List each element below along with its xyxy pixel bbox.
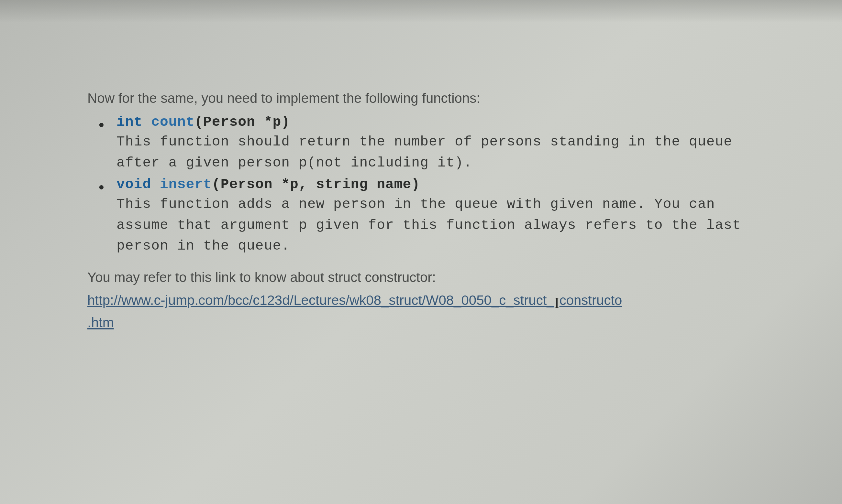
function-name: count bbox=[151, 114, 194, 130]
reference-link[interactable]: http://www.c-jump.com/bcc/c123d/Lectures… bbox=[87, 292, 554, 308]
function-description: This function adds a new person in the q… bbox=[117, 194, 761, 257]
function-name: insert bbox=[160, 177, 212, 192]
top-edge-shadow bbox=[0, 0, 842, 23]
function-description: This function should return the number o… bbox=[117, 131, 761, 173]
function-item-insert: void insert(Person *p, string name) This… bbox=[117, 177, 761, 257]
reference-link-end[interactable]: .htm bbox=[87, 315, 114, 330]
link-text-part1: http://www.c-jump.com/bcc/c123d/Lectures… bbox=[87, 292, 554, 308]
function-params: (Person *p) bbox=[194, 114, 290, 130]
text-cursor-icon: I bbox=[554, 294, 560, 312]
function-list: int count(Person *p) This function shoul… bbox=[87, 114, 761, 257]
link-text-part3: .htm bbox=[87, 315, 114, 330]
intro-paragraph: Now for the same, you need to implement … bbox=[87, 91, 761, 106]
function-item-count: int count(Person *p) This function shoul… bbox=[117, 114, 761, 173]
return-type: int bbox=[117, 114, 142, 130]
refer-paragraph: You may refer to this link to know about… bbox=[87, 270, 761, 285]
link-text-part2: constructo bbox=[560, 292, 622, 308]
link-container: http://www.c-jump.com/bcc/c123d/Lectures… bbox=[87, 290, 761, 332]
function-signature-insert: void insert(Person *p, string name) bbox=[117, 177, 761, 192]
reference-link-cont[interactable]: constructo bbox=[560, 292, 622, 308]
function-params: (Person *p, string name) bbox=[212, 177, 420, 192]
document-content: Now for the same, you need to implement … bbox=[0, 0, 842, 365]
function-signature-count: int count(Person *p) bbox=[117, 114, 761, 130]
return-type: void bbox=[117, 177, 151, 192]
